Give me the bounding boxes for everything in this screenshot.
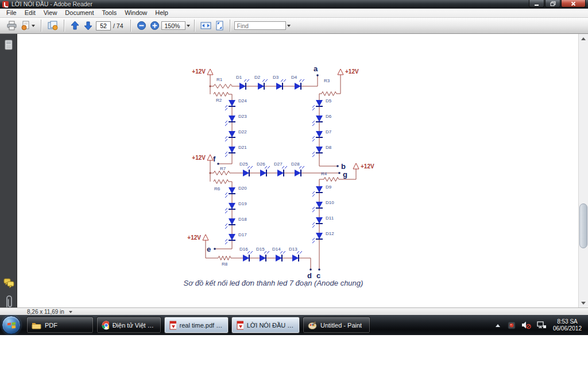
- svg-text:D19: D19: [238, 201, 247, 206]
- toolbar-separator: [41, 20, 42, 32]
- svg-text:+12V: +12V: [192, 68, 206, 75]
- page-number-input[interactable]: [96, 21, 111, 30]
- scroll-up-button[interactable]: [579, 34, 588, 43]
- svg-text:D9: D9: [326, 184, 332, 190]
- collaborate-button[interactable]: [45, 19, 60, 33]
- volume-muted-icon[interactable]: [521, 321, 531, 329]
- arrow-down-icon: [83, 21, 93, 30]
- find-input[interactable]: [234, 21, 286, 30]
- svg-text:D21: D21: [238, 145, 247, 150]
- save-copy-dropdown-caret: [32, 25, 35, 29]
- fit-width-icon: [200, 21, 211, 30]
- fit-page-button[interactable]: [213, 19, 226, 33]
- svg-text:b: b: [341, 162, 346, 171]
- page-size-label: 8,26 x 11,69 in: [27, 309, 64, 315]
- svg-text:+12V: +12V: [345, 68, 359, 75]
- zoom-in-button[interactable]: [148, 19, 161, 33]
- minimize-button[interactable]: [529, 0, 544, 7]
- toolbar-separator: [130, 20, 131, 32]
- previous-page-button[interactable]: [68, 19, 82, 33]
- network-icon[interactable]: [537, 321, 547, 329]
- window-controls: [528, 0, 586, 7]
- adobe-reader-icon: [2, 1, 9, 7]
- taskbar-item-label: Untitled - Paint: [320, 322, 362, 329]
- menu-tools[interactable]: Tools: [98, 9, 121, 17]
- page-total-label: / 74: [113, 22, 123, 29]
- taskbar-item-paint[interactable]: Untitled - Paint: [303, 317, 370, 333]
- taskbar-item-pdf-folder[interactable]: PDF: [26, 317, 94, 333]
- windows-logo-icon: [6, 320, 17, 330]
- comments-button[interactable]: [3, 277, 15, 291]
- svg-text:D15: D15: [256, 247, 265, 252]
- svg-text:D12: D12: [326, 231, 334, 236]
- svg-text:D23: D23: [238, 114, 247, 119]
- chrome-icon: [102, 321, 109, 330]
- svg-text:R8: R8: [222, 262, 228, 267]
- find-dropdown-caret[interactable]: [287, 25, 291, 29]
- menu-view[interactable]: View: [40, 9, 61, 17]
- taskbar-item-chrome[interactable]: Điện tử Việt Nam ...: [96, 317, 161, 333]
- tray-security-icon[interactable]: [508, 321, 516, 329]
- zoom-dropdown-caret[interactable]: [187, 25, 190, 29]
- zoom-in-icon: [150, 21, 160, 30]
- page-thumbnails-button[interactable]: [3, 39, 14, 53]
- menu-bar: File Edit View Document Tools Window Hel…: [0, 9, 588, 18]
- svg-text:D17: D17: [238, 232, 247, 237]
- restore-icon: [550, 1, 556, 6]
- taskbar-item-label: PDF: [45, 322, 57, 329]
- svg-text:D28: D28: [291, 161, 300, 167]
- close-button[interactable]: [561, 0, 586, 7]
- show-hidden-icons-button[interactable]: [496, 322, 500, 327]
- page-size-dropdown-caret[interactable]: [69, 311, 72, 315]
- menu-help[interactable]: Help: [151, 9, 172, 17]
- next-page-button[interactable]: [82, 19, 95, 33]
- window-title: LỜI NÓI ĐẦU - Adobe Reader: [11, 0, 92, 9]
- vertical-scrollbar[interactable]: [578, 34, 588, 307]
- print-button[interactable]: [5, 19, 19, 33]
- clock-time: 8:53 SA: [553, 318, 582, 325]
- svg-text:+12V: +12V: [192, 155, 206, 161]
- svg-text:D14: D14: [272, 247, 281, 252]
- taskbar-item-label: LỜI NÓI ĐẦU - Ad...: [247, 322, 295, 329]
- zoom-level-box[interactable]: 150%: [161, 21, 185, 30]
- restore-button[interactable]: [545, 0, 560, 7]
- menu-document[interactable]: Document: [61, 9, 98, 17]
- desktop: LỜI NÓI ĐẦU - Adobe Reader File Edit Vie…: [0, 0, 588, 373]
- system-tray: 8:53 SA 06/06/2012: [496, 315, 587, 335]
- save-copy-button[interactable]: [19, 19, 37, 33]
- svg-text:a: a: [314, 64, 318, 73]
- document-page[interactable]: R1R2R3R7R4R6R8D1D2D3D4D24D23D22D21D5D6D7…: [17, 34, 578, 307]
- scrollbar-thumb[interactable]: [579, 203, 587, 248]
- svg-text:+12V: +12V: [187, 234, 201, 241]
- folder-icon: [32, 321, 41, 329]
- taskbar-item-realtime-pdf[interactable]: real time.pdf - Ad...: [164, 317, 229, 333]
- svg-text:R3: R3: [324, 78, 330, 83]
- zoom-out-button[interactable]: [135, 19, 148, 33]
- paint-icon: [308, 321, 317, 330]
- svg-text:D6: D6: [326, 114, 332, 119]
- scroll-down-button[interactable]: [579, 299, 588, 307]
- scroll-up-icon: [581, 35, 586, 40]
- fit-width-button[interactable]: [199, 19, 213, 33]
- svg-text:D4: D4: [291, 75, 297, 80]
- status-bar: 8,26 x 11,69 in: [0, 307, 588, 315]
- start-button[interactable]: [2, 316, 21, 334]
- svg-text:D5: D5: [326, 98, 332, 103]
- toolbar-separator: [64, 20, 65, 32]
- menu-window[interactable]: Window: [121, 9, 151, 17]
- taskbar-clock[interactable]: 8:53 SA 06/06/2012: [553, 318, 582, 332]
- svg-text:R2: R2: [216, 98, 222, 103]
- svg-text:D7: D7: [326, 129, 332, 134]
- svg-text:D25: D25: [239, 161, 248, 167]
- printer-icon: [6, 21, 17, 30]
- fit-page-icon: [215, 21, 225, 30]
- svg-text:g: g: [343, 170, 347, 179]
- svg-text:D10: D10: [326, 200, 334, 205]
- svg-text:D27: D27: [274, 161, 283, 167]
- close-icon: [571, 1, 576, 6]
- menu-edit[interactable]: Edit: [21, 9, 40, 17]
- svg-text:D26: D26: [257, 161, 265, 167]
- menu-file[interactable]: File: [2, 9, 21, 17]
- taskbar-item-loi-noi-dau-pdf[interactable]: LỜI NÓI ĐẦU - Ad...: [231, 317, 300, 333]
- reader-workspace: R1R2R3R7R4R6R8D1D2D3D4D24D23D22D21D5D6D7…: [0, 34, 588, 307]
